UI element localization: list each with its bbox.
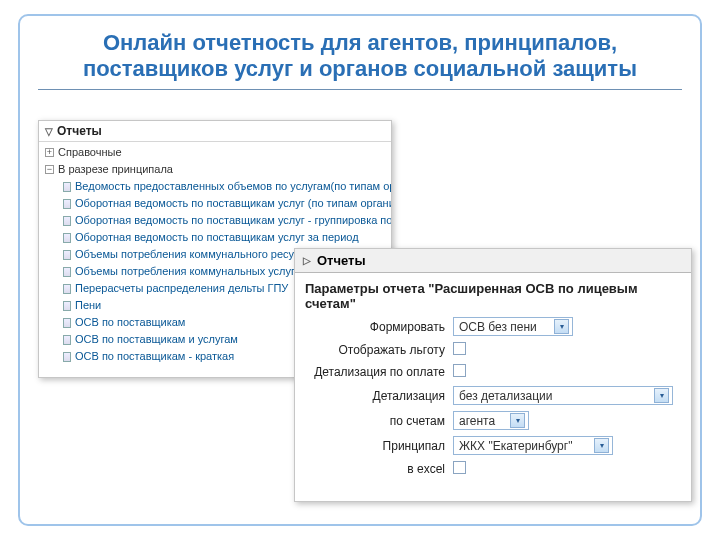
label-detail: Детализация	[307, 389, 445, 403]
reports-tree-header[interactable]: ▽ Отчеты	[39, 121, 391, 142]
tree-item-label: Ведомость предоставленных объемов по усл…	[75, 179, 391, 194]
document-icon	[63, 267, 71, 277]
label-principal: Принципал	[307, 439, 445, 453]
report-params-header-title: Отчеты	[317, 253, 366, 268]
tree-cat-ref[interactable]: + Справочные	[39, 144, 391, 161]
checkbox-detail-pay[interactable]	[453, 364, 466, 377]
slide-rule	[38, 89, 682, 90]
slide-title: Онлайн отчетность для агентов, принципал…	[48, 30, 672, 83]
checkbox-excel[interactable]	[453, 461, 466, 474]
select-form-value: ОСВ без пени	[457, 320, 554, 334]
select-principal[interactable]: ЖКХ "Екатеринбург" ▾	[453, 436, 613, 455]
report-params-panel: ▷ Отчеты Параметры отчета "Расширенная О…	[294, 248, 692, 502]
slide-frame: Онлайн отчетность для агентов, принципал…	[18, 14, 702, 526]
document-icon	[63, 250, 71, 260]
tree-item-label: Пени	[75, 298, 101, 313]
tree-item-label: Перерасчеты распределения дельты ГПУ	[75, 281, 288, 296]
tree-item-label: ОСВ по поставщикам и услугам	[75, 332, 238, 347]
select-form[interactable]: ОСВ без пени ▾	[453, 317, 573, 336]
label-by-accounts: по счетам	[307, 414, 445, 428]
document-icon	[63, 216, 71, 226]
document-icon	[63, 335, 71, 345]
document-icon	[63, 199, 71, 209]
report-params-header[interactable]: ▷ Отчеты	[295, 249, 691, 273]
chevron-down-icon[interactable]: ▾	[510, 413, 525, 428]
tree-item-label: Оборотная ведомость по поставщикам услуг…	[75, 196, 391, 211]
document-icon	[63, 233, 71, 243]
report-params-title: Параметры отчета "Расширенная ОСВ по лиц…	[295, 273, 691, 315]
select-by-accounts[interactable]: агента ▾	[453, 411, 529, 430]
tree-item[interactable]: Оборотная ведомость по поставщикам услуг…	[39, 195, 391, 212]
chevron-down-icon[interactable]: ▾	[654, 388, 669, 403]
chevron-down-icon[interactable]: ▾	[594, 438, 609, 453]
label-show-lgota: Отображать льготу	[307, 343, 445, 357]
tree-cat-label: Справочные	[58, 145, 122, 160]
report-params-form: Формировать ОСВ без пени ▾ Отображать ль…	[295, 315, 691, 479]
label-form: Формировать	[307, 320, 445, 334]
collapse-icon[interactable]: −	[45, 165, 54, 174]
tree-item-label: ОСВ по поставщикам - краткая	[75, 349, 234, 364]
select-by-accounts-value: агента	[457, 414, 510, 428]
document-icon	[63, 318, 71, 328]
document-icon	[63, 284, 71, 294]
document-icon	[63, 182, 71, 192]
checkbox-show-lgota[interactable]	[453, 342, 466, 355]
chevron-right-icon: ▷	[303, 255, 311, 266]
select-detail-value: без детализации	[457, 389, 654, 403]
tree-item[interactable]: Оборотная ведомость по поставщикам услуг…	[39, 212, 391, 229]
select-detail[interactable]: без детализации ▾	[453, 386, 673, 405]
tree-item[interactable]: Оборотная ведомость по поставщикам услуг…	[39, 229, 391, 246]
expand-icon[interactable]: +	[45, 148, 54, 157]
tree-cat-label: В разрезе принципала	[58, 162, 173, 177]
tree-item[interactable]: Ведомость предоставленных объемов по усл…	[39, 178, 391, 195]
chevron-down-icon[interactable]: ▾	[554, 319, 569, 334]
tree-cat-principal[interactable]: − В разрезе принципала	[39, 161, 391, 178]
tree-item-label: ОСВ по поставщикам	[75, 315, 185, 330]
document-icon	[63, 301, 71, 311]
tree-item-label: Оборотная ведомость по поставщикам услуг…	[75, 230, 359, 245]
document-icon	[63, 352, 71, 362]
tree-item-label: Оборотная ведомость по поставщикам услуг…	[75, 213, 391, 228]
label-excel: в excel	[307, 462, 445, 476]
chevron-down-icon: ▽	[45, 126, 53, 137]
select-principal-value: ЖКХ "Екатеринбург"	[457, 439, 594, 453]
reports-tree-title: Отчеты	[57, 124, 102, 138]
label-detail-pay: Детализация по оплате	[307, 365, 445, 379]
